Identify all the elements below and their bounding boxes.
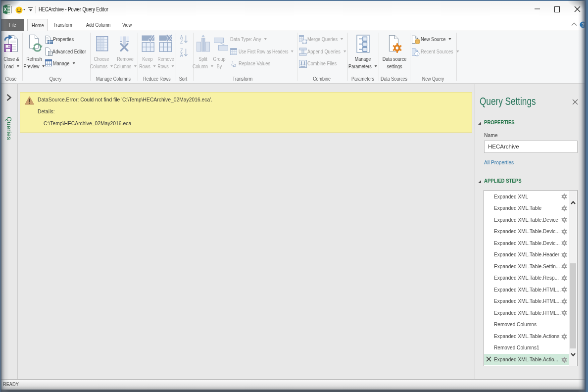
svg-text:2: 2 xyxy=(234,63,237,67)
svg-text:A: A xyxy=(180,52,183,57)
svg-text:X: X xyxy=(3,7,7,12)
svg-text:?: ? xyxy=(582,22,585,28)
svg-text:Z: Z xyxy=(180,39,183,44)
